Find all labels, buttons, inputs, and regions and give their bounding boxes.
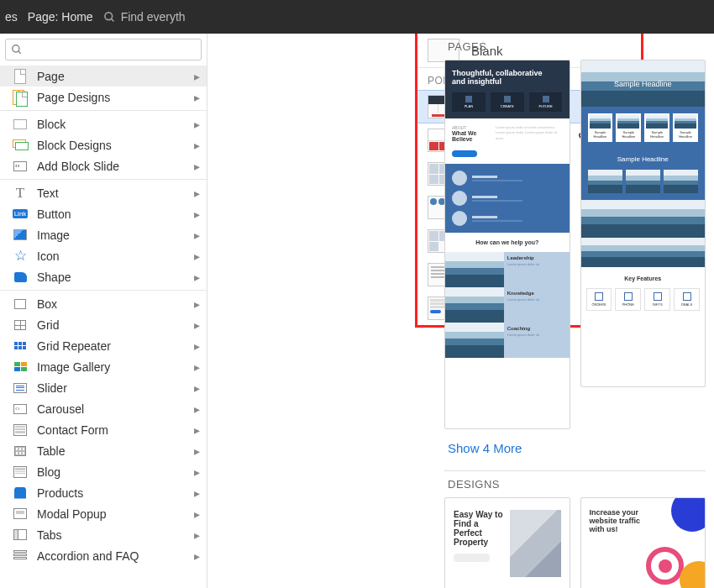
design-thumbnail-1[interactable]: Easy Way to Find a Perfect Property [444,497,570,588]
sidebar-item-add-block-slide[interactable]: ‹›Add Block Slide▸ [0,155,207,176]
chevron-right-icon: ▸ [194,70,200,83]
sidebar-item-modal-popup[interactable]: Modal Popup▸ [0,503,207,524]
show-more-link[interactable]: Show 4 More [444,429,706,470]
page-icon [12,69,29,84]
page-designs-icon [12,90,29,105]
sidebar-item-block-designs[interactable]: Block Designs▸ [0,134,207,155]
sidebar-item-label: Grid [37,318,186,332]
sidebar-item-button[interactable]: LinkButton▸ [0,203,207,224]
designs-section-title: DESIGNS [444,471,706,497]
contact-form-icon [12,423,29,438]
design-thumbnail-2[interactable]: Increase your website traffic with us! [580,497,706,588]
page-thumbnail-1[interactable]: Thoughtful, collaborative and insightful… [444,60,570,429]
block-designs-icon [12,138,29,153]
headline: Sample Headline [581,60,706,107]
sidebar-item-table[interactable]: Table▸ [0,440,207,461]
sidebar-item-shape[interactable]: Shape▸ [0,266,207,287]
icon-icon: ☆ [12,249,29,264]
sidebar-item-label: Contact Form [37,423,186,437]
sidebar-item-label: Slider [37,381,186,395]
hero-line: Thoughtful, collaborative [452,69,563,77]
design-line: Easy Way to Find a [454,510,505,528]
search-icon [103,11,116,24]
button-icon: Link [12,207,29,222]
global-search[interactable]: Find everyth [103,10,186,24]
sidebar-item-block[interactable]: Block▸ [0,113,207,134]
sidebar-item-label: Grid Repeater [37,339,186,353]
design-line: Perfect Property [454,528,505,547]
chevron-right-icon: ▸ [194,360,200,374]
page-thumbnail-2[interactable]: Sample Headline Sample HeadlineSample He… [580,60,706,387]
chevron-right-icon: ▸ [194,249,200,263]
sidebar-item-label: Button [37,207,186,221]
sidebar-search-row [0,34,207,66]
table-icon [12,444,29,459]
truncated-label: es [5,10,18,24]
sidebar-item-carousel[interactable]: ‹›Carousel▸ [0,398,207,419]
chevron-right-icon: ▸ [194,486,200,500]
sidebar-item-accordion-and-faq[interactable]: Accordion and FAQ▸ [0,545,207,566]
feature-tile: ORDERS [586,288,612,311]
hero-line: and insightful [452,77,563,86]
sidebar-item-label: Shape [37,270,186,284]
sidebar-item-label: Blog [37,465,186,479]
sidebar-item-slider[interactable]: Slider▸ [0,377,207,398]
chevron-right-icon: ▸ [194,465,200,479]
sidebar-item-page[interactable]: Page▸ [0,66,207,87]
sidebar-item-contact-form[interactable]: Contact Form▸ [0,419,207,440]
sidebar-item-label: Block [37,118,186,131]
mini-card: Sample Headline [588,113,613,142]
add-block-slide-icon: ‹› [12,159,29,174]
chevron-right-icon: ▸ [194,423,200,437]
slider-icon [12,381,29,396]
modal-popup-icon [12,507,29,522]
sidebar-item-label: Image [37,228,186,242]
blog-icon [12,465,29,480]
chevron-right-icon: ▸ [194,207,200,221]
sidebar-item-label: Icon [37,249,186,263]
sidebar-item-text[interactable]: TText▸ [0,182,207,203]
mini-card: Sample Headline [673,113,698,142]
sidebar-item-icon[interactable]: ☆Icon▸ [0,245,207,266]
sidebar-item-label: Page Designs [37,91,186,104]
chevron-right-icon: ▸ [194,297,200,311]
service-row: LeadershipLorem ipsum dolor sit [445,252,570,287]
sidebar-item-products[interactable]: Products▸ [0,482,207,503]
carousel-icon: ‹› [12,402,29,417]
text-icon: T [12,186,29,201]
sidebar-item-grid-repeater[interactable]: Grid Repeater▸ [0,335,207,356]
image-icon [12,228,29,243]
sidebar-item-label: Image Gallery [37,360,186,374]
chevron-right-icon: ▸ [194,139,200,152]
sidebar-item-image-gallery[interactable]: Image Gallery▸ [0,356,207,377]
sidebar-item-page-designs[interactable]: Page Designs▸ [0,87,207,108]
global-search-placeholder: Find everyth [121,10,186,24]
divider [0,179,207,180]
feature-tile: GIFTS [644,288,670,311]
sidebar-item-box[interactable]: Box▸ [0,293,207,314]
sidebar-item-label: Box [37,297,186,311]
chevron-right-icon: ▸ [194,402,200,416]
believe-title: What We Believe [452,130,491,142]
sidebar-item-image[interactable]: Image▸ [0,224,207,245]
service-row: KnowledgeLorem ipsum dolor sit [445,287,570,323]
grid-repeater-icon [12,339,29,354]
chevron-right-icon: ▸ [194,444,200,458]
sidebar-search-input[interactable] [5,39,202,60]
chevron-right-icon: ▸ [194,549,200,563]
features-title: Key Features [581,267,706,285]
service-row: CoachingLorem ipsum dolor sit [445,323,570,358]
sidebar-item-label: Block Designs [37,139,186,152]
svg-point-0 [105,12,113,19]
search-icon [11,44,23,55]
chevron-right-icon: ▸ [194,318,200,332]
accordion-icon [12,549,29,564]
sidebar-item-grid[interactable]: Grid▸ [0,314,207,335]
feature-tile: DEALS [674,288,700,311]
mini-card: Sample Headline [616,113,641,142]
sidebar-item-blog[interactable]: Blog▸ [0,461,207,482]
sidebar-list: Page▸Page Designs▸Block▸Block Designs▸‹›… [0,66,207,588]
svg-line-1 [111,18,113,21]
designs-grid: Easy Way to Find a Perfect Property Incr… [444,497,706,588]
sidebar-item-tabs[interactable]: Tabs▸ [0,524,207,545]
